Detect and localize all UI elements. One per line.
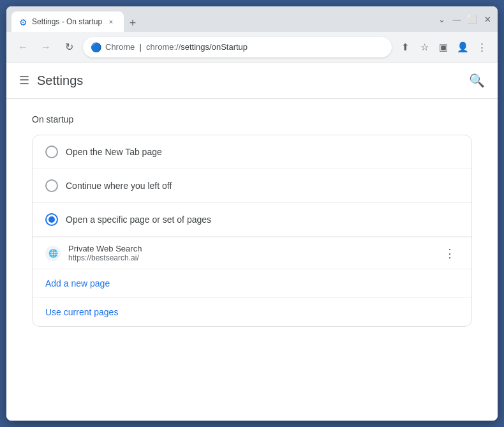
- tab-close-button[interactable]: ×: [106, 17, 116, 27]
- tab-strip: ⚙ Settings - On startup × +: [11, 6, 434, 32]
- address-bar-icons: ⬆ ☆ ▣ 👤 ⋮: [397, 39, 490, 56]
- add-new-page-link[interactable]: Add a new page: [33, 269, 471, 297]
- use-current-pages-link[interactable]: Use current pages: [33, 297, 471, 326]
- option-new-tab-label: Open the New Tab page: [66, 147, 162, 157]
- address-bar: ← → ↻ 🔵 Chrome | chrome://settings/onSta…: [6, 32, 498, 63]
- section-title: On startup: [32, 114, 472, 124]
- window-controls: ⌄ — ⬜ ✕: [436, 14, 493, 24]
- share-icon[interactable]: ⬆: [397, 39, 413, 56]
- forward-button[interactable]: →: [37, 38, 55, 56]
- profile-icon[interactable]: 👤: [454, 39, 471, 56]
- tab-favicon: ⚙: [19, 17, 28, 26]
- new-tab-button[interactable]: +: [124, 14, 142, 32]
- site-favicon-globe-icon: 🌐: [45, 246, 61, 261]
- close-button[interactable]: ✕: [482, 14, 493, 24]
- chevron-down-icon[interactable]: ⌄: [436, 14, 447, 24]
- url-bar[interactable]: 🔵 Chrome | chrome://settings/onStartup: [83, 37, 392, 57]
- url-brand: Chrome: [105, 42, 135, 52]
- url-separator: |: [137, 42, 146, 52]
- url-text: Chrome | chrome://settings/onStartup: [105, 42, 384, 52]
- option-continue[interactable]: Continue where you left off: [33, 169, 471, 203]
- settings-header: ☰ Settings 🔍: [6, 63, 498, 99]
- site-favicon-icon: 🔵: [91, 42, 101, 52]
- hamburger-menu-icon[interactable]: ☰: [19, 73, 29, 87]
- page-title: Settings: [37, 73, 469, 88]
- tab-label: Settings - On startup: [32, 17, 102, 26]
- reload-button[interactable]: ↻: [60, 38, 78, 56]
- radio-new-tab[interactable]: [45, 146, 58, 158]
- radio-specific[interactable]: [45, 213, 58, 226]
- sidebar-icon[interactable]: ▣: [435, 39, 452, 56]
- browser-window: ⚙ Settings - On startup × + ⌄ — ⬜ ✕ ← → …: [6, 6, 498, 421]
- bookmark-icon[interactable]: ☆: [416, 39, 433, 56]
- site-menu-icon[interactable]: ⋮: [441, 244, 459, 262]
- minimize-button[interactable]: —: [452, 14, 462, 24]
- site-url: https://bestsearch.ai/: [68, 253, 433, 262]
- settings-search-icon[interactable]: 🔍: [469, 73, 485, 88]
- back-button[interactable]: ←: [14, 38, 32, 56]
- active-tab[interactable]: ⚙ Settings - On startup ×: [11, 11, 124, 32]
- option-new-tab[interactable]: Open the New Tab page: [33, 135, 471, 169]
- title-bar: ⚙ Settings - On startup × + ⌄ — ⬜ ✕: [6, 6, 498, 32]
- site-name: Private Web Search: [68, 244, 433, 253]
- maximize-button[interactable]: ⬜: [467, 14, 477, 24]
- site-info: Private Web Search https://bestsearch.ai…: [68, 244, 433, 262]
- main-content: On startup Open the New Tab page Continu…: [6, 99, 498, 342]
- option-continue-label: Continue where you left off: [66, 181, 172, 191]
- startup-options-card: Open the New Tab page Continue where you…: [32, 135, 472, 327]
- page-content: ☰ Settings 🔍 On startup Open the New Tab…: [6, 63, 498, 421]
- radio-continue[interactable]: [45, 179, 58, 192]
- url-protocol: chrome://: [146, 42, 181, 52]
- url-path: settings/onStartup: [181, 42, 248, 52]
- chrome-menu-icon[interactable]: ⋮: [473, 39, 490, 56]
- option-specific-label: Open a specific page or set of pages: [66, 214, 211, 225]
- option-specific[interactable]: Open a specific page or set of pages: [33, 203, 471, 237]
- saved-site-item: 🌐 Private Web Search https://bestsearch.…: [33, 237, 471, 269]
